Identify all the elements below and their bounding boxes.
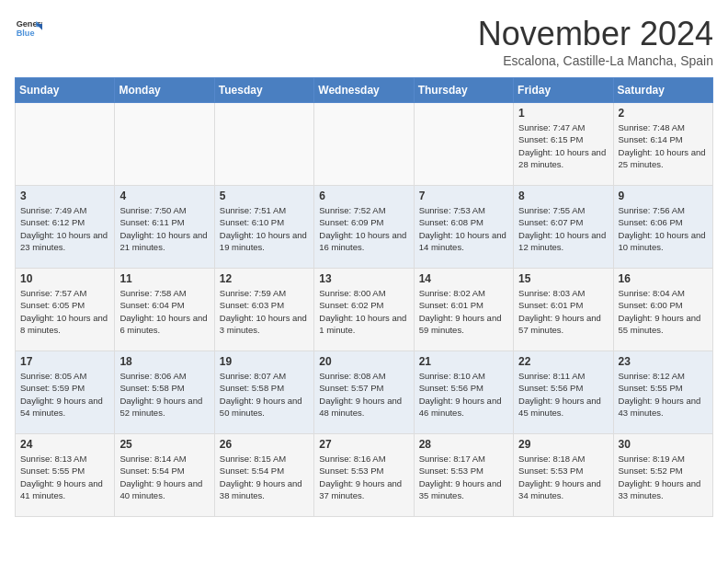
calendar-cell: 9Sunrise: 7:56 AM Sunset: 6:06 PM Daylig… [613, 186, 712, 269]
calendar-cell: 25Sunrise: 8:14 AM Sunset: 5:54 PM Dayli… [115, 434, 214, 517]
day-number: 3 [20, 190, 109, 202]
day-number: 16 [619, 272, 708, 285]
calendar-cell: 14Sunrise: 8:02 AM Sunset: 6:01 PM Dayli… [414, 269, 513, 351]
header-tuesday: Tuesday [214, 78, 313, 103]
header-thursday: Thursday [414, 78, 513, 103]
calendar-cell [214, 103, 313, 186]
calendar-cell: 18Sunrise: 8:06 AM Sunset: 5:58 PM Dayli… [115, 351, 214, 434]
day-info: Sunrise: 8:18 AM Sunset: 5:53 PM Dayligh… [518, 453, 608, 501]
day-number: 1 [518, 107, 608, 120]
day-info: Sunrise: 8:00 AM Sunset: 6:02 PM Dayligh… [319, 287, 408, 336]
day-number: 26 [220, 438, 309, 451]
day-info: Sunrise: 8:11 AM Sunset: 5:56 PM Dayligh… [518, 370, 608, 419]
title-area: November 2024 Escalona, Castille-La Manc… [478, 15, 713, 68]
calendar-cell: 16Sunrise: 8:04 AM Sunset: 6:00 PM Dayli… [613, 269, 712, 351]
calendar-week-1: 1Sunrise: 7:47 AM Sunset: 6:15 PM Daylig… [16, 103, 713, 186]
calendar-cell: 8Sunrise: 7:55 AM Sunset: 6:07 PM Daylig… [514, 186, 613, 269]
day-number: 17 [20, 355, 109, 368]
calendar-cell: 17Sunrise: 8:05 AM Sunset: 5:59 PM Dayli… [16, 351, 115, 434]
location-subtitle: Escalona, Castille-La Mancha, Spain [478, 53, 713, 68]
calendar-cell: 28Sunrise: 8:17 AM Sunset: 5:53 PM Dayli… [414, 434, 513, 517]
day-info: Sunrise: 7:58 AM Sunset: 6:04 PM Dayligh… [119, 287, 209, 336]
calendar-cell: 7Sunrise: 7:53 AM Sunset: 6:08 PM Daylig… [414, 186, 513, 269]
month-title: November 2024 [478, 15, 713, 53]
day-number: 10 [20, 272, 109, 285]
day-info: Sunrise: 7:48 AM Sunset: 6:14 PM Dayligh… [619, 121, 708, 170]
day-info: Sunrise: 8:05 AM Sunset: 5:59 PM Dayligh… [20, 370, 109, 419]
calendar-cell: 20Sunrise: 8:08 AM Sunset: 5:57 PM Dayli… [314, 351, 414, 434]
day-info: Sunrise: 7:50 AM Sunset: 6:11 PM Dayligh… [119, 204, 209, 253]
calendar-cell [16, 103, 115, 186]
day-info: Sunrise: 7:53 AM Sunset: 6:08 PM Dayligh… [419, 204, 508, 253]
day-info: Sunrise: 7:49 AM Sunset: 6:12 PM Dayligh… [20, 204, 109, 253]
day-number: 29 [518, 438, 608, 451]
calendar-cell: 12Sunrise: 7:59 AM Sunset: 6:03 PM Dayli… [214, 269, 313, 351]
calendar-cell: 27Sunrise: 8:16 AM Sunset: 5:53 PM Dayli… [314, 434, 414, 517]
day-info: Sunrise: 8:15 AM Sunset: 5:54 PM Dayligh… [220, 453, 309, 501]
day-info: Sunrise: 8:19 AM Sunset: 5:52 PM Dayligh… [619, 453, 708, 501]
calendar-cell [115, 103, 214, 186]
calendar-header-row: SundayMondayTuesdayWednesdayThursdayFrid… [16, 78, 713, 103]
calendar-week-2: 3Sunrise: 7:49 AM Sunset: 6:12 PM Daylig… [16, 186, 713, 269]
day-number: 4 [119, 190, 209, 202]
calendar-cell: 3Sunrise: 7:49 AM Sunset: 6:12 PM Daylig… [16, 186, 115, 269]
day-number: 2 [619, 107, 708, 120]
calendar-table: SundayMondayTuesdayWednesdayThursdayFrid… [15, 77, 713, 517]
calendar-cell: 19Sunrise: 8:07 AM Sunset: 5:58 PM Dayli… [214, 351, 313, 434]
day-info: Sunrise: 8:12 AM Sunset: 5:55 PM Dayligh… [619, 370, 708, 419]
header-sunday: Sunday [16, 78, 115, 103]
calendar-cell: 1Sunrise: 7:47 AM Sunset: 6:15 PM Daylig… [514, 103, 613, 186]
calendar-cell: 22Sunrise: 8:11 AM Sunset: 5:56 PM Dayli… [514, 351, 613, 434]
day-info: Sunrise: 7:59 AM Sunset: 6:03 PM Dayligh… [220, 287, 309, 336]
day-number: 21 [419, 355, 508, 368]
header-monday: Monday [115, 78, 214, 103]
calendar-cell: 30Sunrise: 8:19 AM Sunset: 5:52 PM Dayli… [613, 434, 712, 517]
day-info: Sunrise: 8:08 AM Sunset: 5:57 PM Dayligh… [319, 370, 408, 419]
day-info: Sunrise: 8:14 AM Sunset: 5:54 PM Dayligh… [119, 453, 209, 501]
day-info: Sunrise: 7:52 AM Sunset: 6:09 PM Dayligh… [319, 204, 408, 253]
day-number: 9 [619, 190, 708, 202]
calendar-cell [414, 103, 513, 186]
day-number: 23 [619, 355, 708, 368]
calendar-cell: 29Sunrise: 8:18 AM Sunset: 5:53 PM Dayli… [514, 434, 613, 517]
calendar-week-5: 24Sunrise: 8:13 AM Sunset: 5:55 PM Dayli… [16, 434, 713, 517]
day-info: Sunrise: 8:17 AM Sunset: 5:53 PM Dayligh… [419, 453, 508, 501]
day-info: Sunrise: 7:51 AM Sunset: 6:10 PM Dayligh… [220, 204, 309, 253]
day-number: 13 [319, 272, 408, 285]
day-number: 18 [119, 355, 209, 368]
calendar-cell: 6Sunrise: 7:52 AM Sunset: 6:09 PM Daylig… [314, 186, 414, 269]
logo-icon: General Blue [15, 15, 42, 42]
day-number: 14 [419, 272, 508, 285]
calendar-cell: 23Sunrise: 8:12 AM Sunset: 5:55 PM Dayli… [613, 351, 712, 434]
day-number: 7 [419, 190, 508, 202]
calendar-cell: 2Sunrise: 7:48 AM Sunset: 6:14 PM Daylig… [613, 103, 712, 186]
day-number: 15 [518, 272, 608, 285]
day-number: 24 [20, 438, 109, 451]
day-number: 19 [220, 355, 309, 368]
calendar-cell [314, 103, 414, 186]
day-info: Sunrise: 8:03 AM Sunset: 6:01 PM Dayligh… [518, 287, 608, 336]
calendar-week-3: 10Sunrise: 7:57 AM Sunset: 6:05 PM Dayli… [16, 269, 713, 351]
day-number: 27 [319, 438, 408, 451]
day-number: 11 [119, 272, 209, 285]
day-number: 6 [319, 190, 408, 202]
calendar-cell: 11Sunrise: 7:58 AM Sunset: 6:04 PM Dayli… [115, 269, 214, 351]
header-friday: Friday [514, 78, 613, 103]
calendar-cell: 5Sunrise: 7:51 AM Sunset: 6:10 PM Daylig… [214, 186, 313, 269]
day-info: Sunrise: 8:04 AM Sunset: 6:00 PM Dayligh… [619, 287, 708, 336]
header-wednesday: Wednesday [314, 78, 414, 103]
calendar-cell: 21Sunrise: 8:10 AM Sunset: 5:56 PM Dayli… [414, 351, 513, 434]
day-number: 22 [518, 355, 608, 368]
day-number: 5 [220, 190, 309, 202]
day-number: 12 [220, 272, 309, 285]
day-info: Sunrise: 8:06 AM Sunset: 5:58 PM Dayligh… [119, 370, 209, 419]
page-header: General Blue November 2024 Escalona, Cas… [15, 15, 713, 68]
calendar-cell: 4Sunrise: 7:50 AM Sunset: 6:11 PM Daylig… [115, 186, 214, 269]
day-info: Sunrise: 8:07 AM Sunset: 5:58 PM Dayligh… [220, 370, 309, 419]
day-info: Sunrise: 7:56 AM Sunset: 6:06 PM Dayligh… [619, 204, 708, 253]
day-info: Sunrise: 8:02 AM Sunset: 6:01 PM Dayligh… [419, 287, 508, 336]
day-number: 30 [619, 438, 708, 451]
day-info: Sunrise: 8:16 AM Sunset: 5:53 PM Dayligh… [319, 453, 408, 501]
day-number: 8 [518, 190, 608, 202]
calendar-cell: 26Sunrise: 8:15 AM Sunset: 5:54 PM Dayli… [214, 434, 313, 517]
